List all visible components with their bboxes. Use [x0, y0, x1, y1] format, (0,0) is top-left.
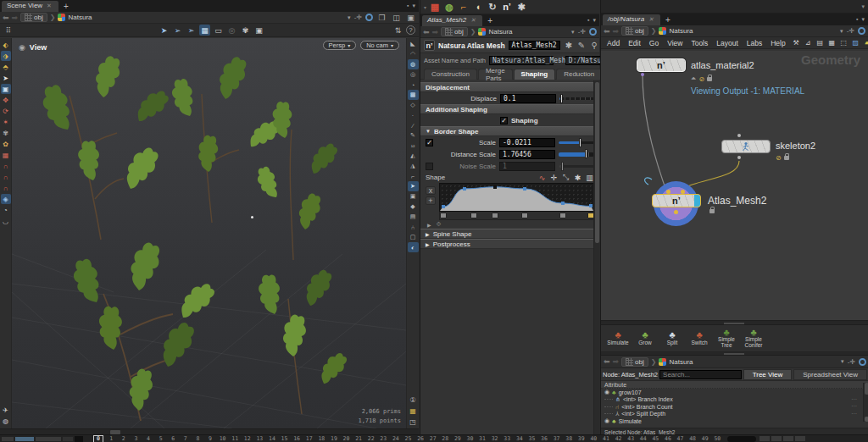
breadcrumb-node[interactable]: Natsura: [669, 358, 693, 366]
left-tool-icon[interactable]: ✾: [1, 128, 11, 138]
display-option-icon[interactable]: ¹²: [408, 141, 419, 151]
left-tool-icon[interactable]: ⬗: [1, 51, 11, 61]
ramp-delete-point-button[interactable]: x: [426, 186, 436, 195]
frame-tick[interactable]: 9: [204, 435, 217, 442]
left-tool-icon[interactable]: ⬖: [1, 40, 11, 50]
tree-group-row[interactable]: ◉♣Simulate: [601, 417, 868, 425]
left-tool-icon[interactable]: ◔: [1, 205, 11, 215]
asset-name-field[interactable]: Natsura:Atlas_Mesh...: [489, 56, 554, 65]
close-tab-icon[interactable]: ✕: [47, 3, 52, 9]
left-tool-icon[interactable]: ▣: [1, 84, 11, 94]
section-postprocess[interactable]: ▶Postprocess: [420, 239, 599, 249]
tree-attr-row[interactable]: ⑁<int> Branch Count⋯: [601, 403, 868, 411]
shelf-tool-icon[interactable]: ↻: [487, 1, 498, 13]
frame-tick[interactable]: 20: [340, 435, 353, 442]
folder-tab[interactable]: Reduction: [556, 69, 602, 80]
path-dropdown-icon[interactable]: ▾: [348, 14, 351, 21]
pin-icon[interactable]: -✛: [847, 27, 854, 35]
current-frame-marker[interactable]: 0: [93, 435, 103, 442]
frame-field[interactable]: [727, 436, 756, 442]
skeleton-node-title[interactable]: skeleton2: [776, 141, 815, 151]
frame-tick[interactable]: 12: [241, 435, 253, 442]
frame-tick[interactable]: 29: [452, 435, 465, 442]
ramp-toolbar-icon[interactable]: ✛: [549, 173, 559, 182]
pane-float-icon[interactable]: ▣: [405, 12, 416, 23]
toolbar-icon[interactable]: ✾: [240, 25, 251, 36]
viewport-corner-icon[interactable]: ▦: [408, 406, 419, 416]
radial-menu-icon[interactable]: [858, 27, 865, 35]
ramp-toolbar-icon[interactable]: ∿: [537, 173, 547, 182]
distance-scale-field[interactable]: 1.76456: [499, 150, 555, 159]
close-tab-icon[interactable]: ✕: [470, 17, 476, 24]
row-options-icon[interactable]: ⋯: [851, 403, 857, 410]
ramp-toolbar-icon[interactable]: ⤡: [561, 173, 570, 182]
display-option-icon[interactable]: ⑃: [408, 222, 419, 232]
pane-menu-icon[interactable]: ▾: [412, 3, 415, 9]
close-tab-icon[interactable]: ✕: [648, 16, 654, 23]
section-spine-shape[interactable]: ▶Spine Shape: [420, 229, 599, 239]
frame-tick[interactable]: 35: [526, 435, 538, 442]
frame-tick[interactable]: 14: [266, 435, 279, 442]
ramp-point[interactable]: [493, 185, 497, 189]
frame-tick[interactable]: 23: [377, 435, 390, 442]
frame-tick[interactable]: 24: [390, 435, 403, 442]
frame-tick[interactable]: 6: [167, 435, 180, 442]
folder-tab[interactable]: Shaping: [514, 69, 556, 80]
display-option-icon[interactable]: ⌐: [408, 171, 419, 181]
frame-tick[interactable]: 46: [662, 435, 675, 442]
display-option-icon[interactable]: ·: [408, 110, 419, 120]
path-dropdown-icon[interactable]: ▾: [840, 28, 843, 35]
pane-split-icon[interactable]: ◫: [391, 12, 402, 23]
tree-attr-row[interactable]: ⅄<int> Split Depth⋯: [601, 411, 868, 418]
section-additional-shaping[interactable]: Additional Shaping: [420, 104, 599, 114]
scale-field[interactable]: -0.0211: [499, 138, 555, 147]
context-chip[interactable]: obj: [621, 357, 648, 367]
frame-tick[interactable]: 17: [303, 435, 315, 442]
shelf-tool[interactable]: ♣ Switch: [686, 330, 713, 345]
shelf-tool[interactable]: ♣ Simple Tree: [713, 328, 740, 349]
displace-field[interactable]: 0.1: [500, 94, 556, 103]
toolbar-icon[interactable]: ▭: [213, 25, 224, 36]
ramp-handle[interactable]: [521, 213, 528, 218]
frame-tick[interactable]: 4: [142, 435, 155, 442]
back-icon[interactable]: ⬅: [423, 28, 430, 36]
noise-checkbox[interactable]: [426, 163, 433, 170]
playbar-option-button[interactable]: [760, 436, 770, 441]
search-input[interactable]: Search...: [659, 370, 742, 379]
skeleton-input-dot[interactable]: [737, 134, 741, 137]
left-tool-icon[interactable]: ✿: [1, 139, 11, 149]
context-chip[interactable]: obj: [20, 13, 47, 22]
pane-link-icon[interactable]: ❐: [376, 12, 387, 23]
display-option-icon[interactable]: ◍: [408, 59, 419, 69]
menu-item[interactable]: View: [663, 39, 687, 47]
toolbar-icon[interactable]: ▣: [253, 25, 264, 36]
frame-tick[interactable]: 28: [439, 435, 452, 442]
left-tool-icon[interactable]: ➤: [1, 73, 11, 83]
scale-slider[interactable]: [559, 141, 594, 144]
display-list-icon[interactable]: ⇅: [392, 25, 403, 36]
frame-tick[interactable]: 40: [587, 435, 600, 442]
path-dropdown-icon[interactable]: ▾: [841, 358, 844, 365]
ramp-handle[interactable]: [440, 213, 447, 218]
radial-menu-icon[interactable]: [589, 28, 597, 36]
display-flag[interactable]: [694, 195, 700, 207]
playbar-widget[interactable]: [63, 437, 73, 441]
frame-tick[interactable]: 38: [563, 435, 576, 442]
frame-tick[interactable]: 47: [674, 435, 687, 442]
network-toolbar-icon[interactable]: ▨: [851, 38, 860, 47]
frame-tick[interactable]: 19: [328, 435, 341, 442]
folder-tab[interactable]: Construction: [424, 69, 477, 80]
forward-icon[interactable]: ➡: [432, 28, 439, 36]
radial-menu-icon[interactable]: [365, 14, 373, 21]
display-option-icon[interactable]: ✎: [408, 130, 419, 141]
breadcrumb-node[interactable]: Natsura: [669, 27, 693, 35]
params-tab[interactable]: Atlas_Mesh2 ✕: [422, 15, 482, 26]
left-tool-icon[interactable]: ⟳: [1, 106, 11, 116]
render-flag-icon[interactable]: ⏶: [691, 75, 696, 83]
row-options-icon[interactable]: ⋯: [851, 396, 857, 403]
pin-icon[interactable]: -✛: [848, 358, 855, 366]
ramp-toolbar-icon[interactable]: ✱: [573, 173, 582, 182]
tree-group-row[interactable]: ◉♣grow107: [601, 389, 868, 396]
shelf-tool[interactable]: ♣ Split: [659, 330, 686, 345]
playbar-widget[interactable]: [75, 436, 83, 442]
